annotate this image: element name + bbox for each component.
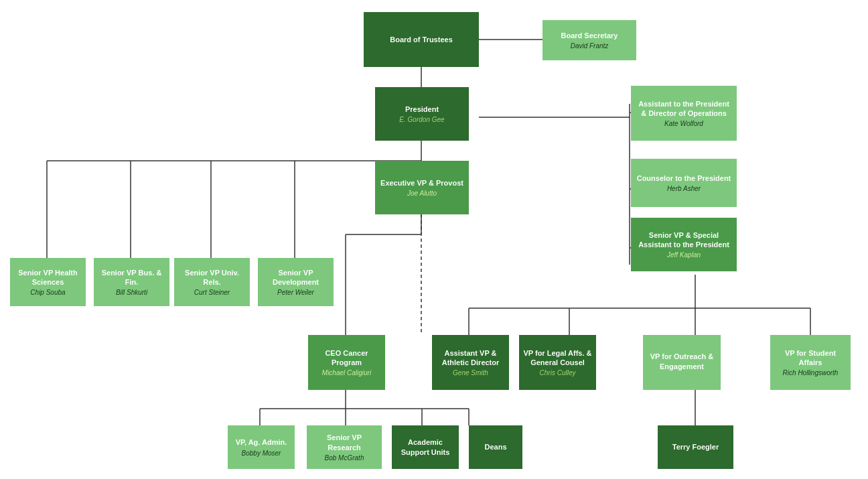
vp-student-title: VP for Student Affairs: [774, 348, 847, 368]
vp-legal-title: VP for Legal Affs. & General Cousel: [523, 348, 592, 368]
president-title: President: [405, 105, 439, 114]
senior-vp-health-box: Senior VP Health Sciences Chip Souba: [10, 258, 86, 306]
senior-vp-special-box: Senior VP & Special Assistant to the Pre…: [631, 218, 737, 271]
board-title: Board of Trustees: [390, 35, 453, 44]
senior-vp-dev-title: Senior VP Development: [262, 268, 330, 287]
vp-ag-title: VP, Ag. Admin.: [236, 437, 287, 447]
assistant-vp-box: Assistant VP & Athletic Director Gene Sm…: [432, 335, 509, 390]
senior-vp-special-name: Jeff Kaplan: [667, 251, 701, 259]
assistant-president-box: Assistant to the President & Director of…: [631, 86, 737, 141]
senior-vp-research-title: Senior VP Research: [311, 433, 378, 452]
senior-vp-research-name: Bob McGrath: [325, 454, 364, 462]
senior-vp-bus-title: Senior VP Bus. & Fin.: [98, 268, 165, 287]
terry-foegler-title: Terry Foegler: [672, 442, 719, 452]
board-secretary-title: Board Secretary: [561, 31, 618, 40]
counselor-box: Counselor to the President Herb Asher: [631, 159, 737, 207]
senior-vp-research-box: Senior VP Research Bob McGrath: [307, 425, 382, 469]
senior-vp-bus-name: Bill Shkurti: [116, 289, 147, 296]
president-name: E. Gordon Gee: [399, 116, 444, 123]
vp-student-box: VP for Student Affairs Rich Hollingswort…: [770, 335, 851, 390]
deans-box: Deans: [469, 425, 522, 469]
counselor-title: Counselor to the President: [637, 174, 731, 183]
vp-ag-name: Bobby Moser: [242, 450, 281, 457]
exec-vp-title: Executive VP & Provost: [380, 178, 463, 188]
terry-foegler-box: Terry Foegler: [658, 425, 733, 469]
counselor-name: Herb Asher: [667, 185, 701, 192]
exec-vp-box: Executive VP & Provost Joe Alutto: [375, 161, 469, 214]
vp-ag-box: VP, Ag. Admin. Bobby Moser: [228, 425, 295, 469]
assistant-president-name: Kate Wolford: [664, 120, 703, 127]
senior-vp-univ-name: Curt Steiner: [194, 289, 230, 296]
vp-legal-box: VP for Legal Affs. & General Cousel Chri…: [519, 335, 596, 390]
ceo-cancer-name: Michael Caligiuri: [322, 369, 371, 377]
senior-vp-dev-box: Senior VP Development Peter Weiler: [258, 258, 334, 306]
exec-vp-name: Joe Alutto: [407, 190, 437, 197]
academic-support-title: Academic Support Units: [396, 437, 455, 457]
assistant-vp-name: Gene Smith: [453, 369, 488, 377]
senior-vp-special-title: Senior VP & Special Assistant to the Pre…: [635, 230, 733, 250]
vp-student-name: Rich Hollingsworth: [783, 369, 839, 377]
org-chart: Board of Trustees Board Secretary David …: [0, 0, 868, 479]
board-of-trustees-box: Board of Trustees: [364, 12, 479, 67]
vp-legal-name: Chris Culley: [540, 369, 576, 377]
vp-outreach-title: VP for Outreach & Engagement: [647, 352, 717, 371]
deans-title: Deans: [484, 442, 506, 452]
ceo-cancer-box: CEO Cancer Program Michael Caligiuri: [308, 335, 385, 390]
connector-lines: [0, 0, 868, 479]
senior-vp-univ-title: Senior VP Univ. Rels.: [178, 268, 246, 287]
senior-vp-health-name: Chip Souba: [30, 289, 65, 296]
vp-outreach-box: VP for Outreach & Engagement: [643, 335, 721, 390]
senior-vp-bus-box: Senior VP Bus. & Fin. Bill Shkurti: [94, 258, 169, 306]
assistant-vp-title: Assistant VP & Athletic Director: [436, 348, 505, 368]
senior-vp-health-title: Senior VP Health Sciences: [14, 268, 82, 287]
senior-vp-univ-box: Senior VP Univ. Rels. Curt Steiner: [174, 258, 250, 306]
board-secretary-name: David Frantz: [571, 42, 609, 50]
assistant-president-title: Assistant to the President & Director of…: [635, 99, 733, 119]
senior-vp-dev-name: Peter Weiler: [277, 289, 314, 296]
president-box: President E. Gordon Gee: [375, 87, 469, 141]
ceo-cancer-title: CEO Cancer Program: [312, 348, 381, 368]
academic-support-box: Academic Support Units: [392, 425, 459, 469]
board-secretary-box: Board Secretary David Frantz: [542, 20, 636, 60]
